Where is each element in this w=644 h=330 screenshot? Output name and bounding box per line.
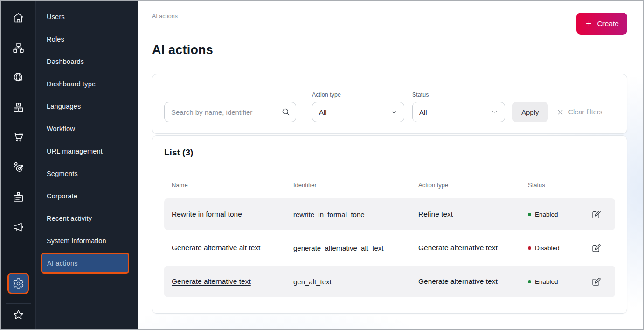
status-cell: Enabled <box>528 211 584 218</box>
sidebar-item-url-management[interactable]: URL management <box>36 140 138 162</box>
rail-divider-bottom <box>6 303 31 304</box>
action-type-cell: Refine text <box>418 210 528 218</box>
sidebar-item-label: System information <box>47 237 106 245</box>
edit-icon <box>591 243 601 253</box>
action-type-field: Action type All <box>312 91 404 122</box>
globe-icon[interactable] <box>1 70 35 85</box>
sidebar-item-label: Dashboards <box>47 58 84 65</box>
edit-button[interactable] <box>591 277 601 287</box>
action-type-cell: Generate alternative text <box>418 277 528 286</box>
clear-x-icon <box>556 108 564 116</box>
action-name-link[interactable]: Generate alternative text <box>172 277 251 285</box>
table-header: Name Identifier Action type Status <box>164 171 615 198</box>
identifier-cell: gen_alt_text <box>293 278 418 286</box>
packages-icon[interactable] <box>1 99 35 114</box>
edit-button[interactable] <box>591 210 601 219</box>
edit-button[interactable] <box>591 243 601 253</box>
clear-filters-label: Clear filters <box>568 108 602 116</box>
plus-icon <box>585 20 593 28</box>
status-cell: Disabled <box>528 245 584 252</box>
sidebar-item-label: URL management <box>47 147 103 155</box>
sidebar-item-label: Users <box>47 13 65 21</box>
list-card: List (3) Name Identifier Action type Sta… <box>152 135 627 314</box>
search-box <box>164 102 296 122</box>
action-name-cell: Rewrite in formal tone <box>164 210 293 218</box>
sidebar-item-label: AI actions <box>47 260 78 267</box>
status-text: Enabled <box>535 211 558 218</box>
identifier-cell: generate_alternative_alt_text <box>293 244 418 252</box>
sidebar-item-recent-activity[interactable]: Recent activity <box>36 207 138 230</box>
status-field: Status All <box>412 91 505 122</box>
sidebar-item-languages[interactable]: Languages <box>36 95 138 118</box>
status-text: Enabled <box>535 278 558 285</box>
status-value: All <box>419 108 427 116</box>
breadcrumb[interactable]: AI actions <box>152 13 178 20</box>
clear-filters-button[interactable]: Clear filters <box>556 102 602 122</box>
list-title: List (3) <box>164 136 615 158</box>
icon-rail <box>1 1 35 329</box>
column-header-action-type: Action type <box>418 182 528 189</box>
settings-gear-icon[interactable] <box>7 273 29 294</box>
sidebar-item-dashboards[interactable]: Dashboards <box>36 50 138 73</box>
settings-sidebar: UsersRolesDashboardsDashboard typeLangua… <box>35 1 138 329</box>
hierarchy-icon[interactable] <box>1 40 35 55</box>
goals-target-icon[interactable] <box>1 160 35 175</box>
status-text: Disabled <box>535 245 560 252</box>
column-header-identifier: Identifier <box>293 182 418 189</box>
home-icon[interactable] <box>1 10 35 25</box>
rail-divider-top <box>6 264 31 264</box>
create-button-label: Create <box>597 20 619 28</box>
sidebar-item-dashboard-type[interactable]: Dashboard type <box>36 73 138 95</box>
action-type-label: Action type <box>312 91 404 98</box>
table-body: Rewrite in formal tone rewrite_in_formal… <box>164 198 615 297</box>
apply-button[interactable]: Apply <box>512 102 548 122</box>
sidebar-item-label: Languages <box>47 103 81 110</box>
filter-divider <box>303 102 303 122</box>
column-header-status: Status <box>528 182 584 189</box>
table-row: Generate alternative text gen_alt_text G… <box>164 266 615 297</box>
star-icon[interactable] <box>1 307 35 322</box>
status-select[interactable]: All <box>412 102 505 122</box>
sidebar-item-segments[interactable]: Segments <box>36 162 138 185</box>
sidebar-item-label: Segments <box>47 170 78 177</box>
search-icon <box>281 107 291 119</box>
sidebar-item-workflow[interactable]: Workflow <box>36 118 138 140</box>
sidebar-item-label: Corporate <box>47 192 77 200</box>
sidebar-item-label: Recent activity <box>47 215 92 222</box>
chevron-down-icon <box>390 109 397 116</box>
status-dot <box>528 213 531 216</box>
sidebar-item-ai-actions[interactable]: AI actions <box>41 253 129 274</box>
status-dot <box>528 280 531 283</box>
action-name-cell: Generate alternative text <box>164 277 293 286</box>
create-button[interactable]: Create <box>576 13 627 35</box>
action-name-link[interactable]: Rewrite in formal tone <box>172 210 242 218</box>
chevron-down-icon <box>491 109 498 116</box>
table-row: Rewrite in formal tone rewrite_in_formal… <box>164 198 615 230</box>
search-input[interactable] <box>164 102 296 122</box>
sidebar-item-system-information[interactable]: System information <box>36 230 138 252</box>
megaphone-icon[interactable] <box>1 219 35 234</box>
status-label: Status <box>412 91 505 98</box>
column-header-name: Name <box>164 182 293 189</box>
action-name-link[interactable]: Generate alternative alt text <box>172 244 260 252</box>
sidebar-item-label: Roles <box>47 35 64 43</box>
action-type-cell: Generate alternative text <box>418 244 528 252</box>
cart-icon[interactable] <box>1 129 35 144</box>
sidebar-item-label: Workflow <box>47 125 75 133</box>
edit-icon <box>591 277 601 287</box>
app-window: UsersRolesDashboardsDashboard typeLangua… <box>0 0 644 330</box>
edit-icon <box>591 210 601 219</box>
action-type-select[interactable]: All <box>312 102 404 122</box>
action-name-cell: Generate alternative alt text <box>164 244 293 252</box>
sidebar-item-label: Dashboard type <box>47 80 96 88</box>
table-row: Generate alternative alt text generate_a… <box>164 232 615 264</box>
sidebar-item-users[interactable]: Users <box>36 6 138 28</box>
main-content: AI actions Create AI actions Action type… <box>138 1 643 329</box>
identifier-cell: rewrite_in_formal_tone <box>293 211 418 218</box>
id-badge-icon[interactable] <box>1 190 35 204</box>
status-cell: Enabled <box>528 278 584 285</box>
status-dot <box>528 246 531 250</box>
page-title: AI actions <box>152 43 213 57</box>
sidebar-item-roles[interactable]: Roles <box>36 28 138 50</box>
sidebar-item-corporate[interactable]: Corporate <box>36 185 138 207</box>
